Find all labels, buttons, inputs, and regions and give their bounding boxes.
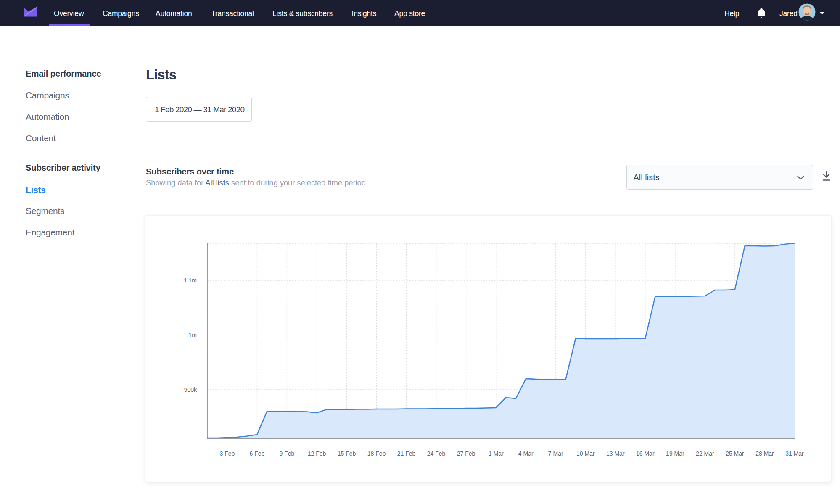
svg-text:1.1m: 1.1m bbox=[184, 277, 197, 284]
svg-text:16 Mar: 16 Mar bbox=[636, 450, 655, 457]
svg-text:28 Mar: 28 Mar bbox=[755, 450, 774, 457]
svg-text:25 Mar: 25 Mar bbox=[726, 450, 744, 457]
svg-text:13 Mar: 13 Mar bbox=[606, 450, 625, 457]
svg-text:9 Feb: 9 Feb bbox=[279, 450, 294, 457]
svg-text:24 Feb: 24 Feb bbox=[427, 450, 446, 457]
svg-text:1m: 1m bbox=[189, 332, 197, 338]
svg-text:6 Feb: 6 Feb bbox=[249, 450, 264, 457]
svg-text:15 Feb: 15 Feb bbox=[338, 450, 356, 457]
svg-text:22 Mar: 22 Mar bbox=[696, 450, 714, 457]
svg-text:12 Feb: 12 Feb bbox=[308, 450, 326, 457]
svg-text:21 Feb: 21 Feb bbox=[397, 450, 416, 457]
svg-text:900k: 900k bbox=[184, 386, 197, 393]
svg-text:4 Mar: 4 Mar bbox=[518, 450, 534, 457]
svg-text:18 Feb: 18 Feb bbox=[367, 450, 386, 457]
svg-text:3 Feb: 3 Feb bbox=[219, 450, 235, 457]
svg-text:7 Mar: 7 Mar bbox=[548, 450, 563, 457]
svg-text:31 Mar: 31 Mar bbox=[785, 450, 804, 457]
svg-text:19 Mar: 19 Mar bbox=[666, 450, 684, 457]
svg-text:27 Feb: 27 Feb bbox=[457, 450, 475, 457]
svg-text:10 Mar: 10 Mar bbox=[576, 450, 595, 457]
svg-text:1 Mar: 1 Mar bbox=[489, 450, 504, 457]
